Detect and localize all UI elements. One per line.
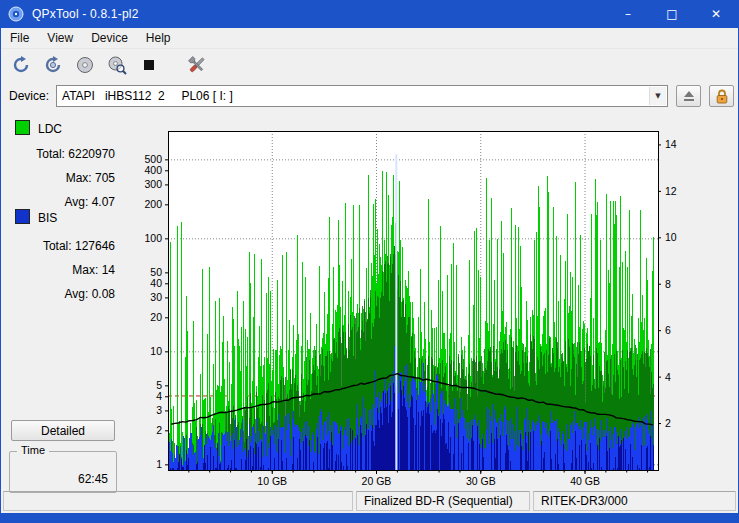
toolbar — [1, 49, 738, 81]
eject-icon — [682, 90, 696, 102]
quality-chart: 1234510203040501002003004005002468101214… — [126, 118, 732, 490]
svg-text:500: 500 — [144, 153, 162, 165]
menu-item-help[interactable]: Help — [137, 29, 180, 47]
svg-text:8: 8 — [665, 278, 671, 290]
menu-item-device[interactable]: Device — [82, 29, 137, 47]
close-icon: ✕ — [711, 7, 721, 21]
svg-text:40 GB: 40 GB — [570, 475, 600, 487]
svg-text:10: 10 — [150, 345, 162, 357]
maximize-icon: □ — [666, 7, 677, 21]
bis-label: BIS — [38, 211, 57, 225]
menu-bar: File View Device Help — [1, 28, 738, 49]
svg-text:300: 300 — [144, 178, 162, 190]
svg-text:30: 30 — [150, 291, 162, 303]
svg-text:30 GB: 30 GB — [466, 475, 496, 487]
svg-text:12: 12 — [665, 185, 677, 197]
ldc-color-swatch — [15, 120, 30, 135]
minimize-button[interactable]: – — [606, 0, 650, 28]
minimize-icon: – — [625, 7, 631, 21]
menu-item-file[interactable]: File — [1, 29, 38, 47]
svg-text:20 GB: 20 GB — [362, 475, 392, 487]
bis-color-swatch — [15, 209, 30, 224]
status-panel-media-id: RITEK-DR3/000 — [533, 491, 736, 511]
svg-text:3: 3 — [156, 404, 162, 416]
window-title: QPxTool - 0.8.1-pl2 — [32, 7, 139, 21]
stop-icon — [139, 55, 159, 75]
device-label: Device: — [9, 89, 49, 103]
rescan-button[interactable] — [39, 53, 66, 78]
stop-button[interactable] — [135, 53, 162, 78]
svg-text:4: 4 — [665, 371, 671, 383]
bis-max: Max: 14 — [9, 263, 115, 277]
ldc-avg: Avg: 4.07 — [9, 195, 115, 209]
bis-avg: Avg: 0.08 — [9, 287, 115, 301]
svg-text:40: 40 — [150, 277, 162, 289]
media-button[interactable] — [71, 53, 98, 78]
svg-text:20: 20 — [150, 311, 162, 323]
main-content: LDC Total: 6220970 Max: 705 Avg: 4.07 BI… — [1, 111, 738, 489]
svg-text:5: 5 — [156, 379, 162, 391]
svg-text:100: 100 — [144, 232, 162, 244]
svg-text:10: 10 — [665, 231, 677, 243]
ldc-max: Max: 705 — [9, 171, 115, 185]
svg-text:50: 50 — [150, 266, 162, 278]
time-groupbox: Time 62:45 — [9, 451, 117, 493]
svg-text:6: 6 — [665, 324, 671, 336]
refresh-icon — [11, 55, 31, 75]
qpxtool-window: QPxTool - 0.8.1-pl2 – □ ✕ File View Devi… — [0, 0, 739, 523]
eject-button[interactable] — [676, 85, 701, 107]
ldc-total: Total: 6220970 — [9, 147, 115, 161]
close-button[interactable]: ✕ — [694, 0, 738, 28]
window-bottom-border — [1, 513, 738, 523]
info-button[interactable] — [103, 53, 130, 78]
time-label: Time — [17, 444, 49, 456]
svg-text:200: 200 — [144, 198, 162, 210]
chevron-down-icon[interactable]: ▼ — [649, 87, 666, 105]
device-combobox[interactable]: ATAPI iHBS112 2 PL06 [ I: ] ▼ — [56, 85, 668, 107]
app-icon — [8, 6, 24, 22]
svg-text:2: 2 — [665, 417, 671, 429]
disc-search-icon — [107, 55, 127, 75]
lock-button[interactable] — [709, 85, 734, 107]
preferences-button[interactable] — [183, 53, 210, 78]
svg-text:10 GB: 10 GB — [257, 475, 287, 487]
tools-icon — [186, 54, 208, 76]
disc-icon — [75, 55, 95, 75]
maximize-button[interactable]: □ — [650, 0, 694, 28]
svg-text:2: 2 — [156, 424, 162, 436]
title-bar: QPxTool - 0.8.1-pl2 – □ ✕ — [1, 0, 738, 28]
device-bar: Device: ATAPI iHBS112 2 PL06 [ I: ] ▼ — [1, 81, 738, 111]
status-panel-empty — [3, 491, 353, 511]
ldc-label: LDC — [38, 122, 62, 136]
detailed-button[interactable]: Detailed — [11, 420, 115, 441]
status-panel-media-type: Finalized BD-R (Sequential) — [356, 491, 530, 511]
lock-icon — [715, 89, 729, 104]
bis-total: Total: 127646 — [9, 239, 115, 253]
svg-text:1: 1 — [156, 458, 162, 470]
time-value: 62:45 — [78, 472, 108, 486]
device-combobox-value: ATAPI iHBS112 2 PL06 [ I: ] — [57, 89, 233, 103]
scan-button[interactable] — [7, 53, 34, 78]
svg-text:4: 4 — [156, 390, 162, 402]
window-controls: – □ ✕ — [606, 0, 738, 28]
svg-text:14: 14 — [665, 138, 677, 150]
refresh-disc-icon — [43, 55, 63, 75]
menu-item-view[interactable]: View — [38, 29, 82, 47]
svg-text:400: 400 — [144, 164, 162, 176]
